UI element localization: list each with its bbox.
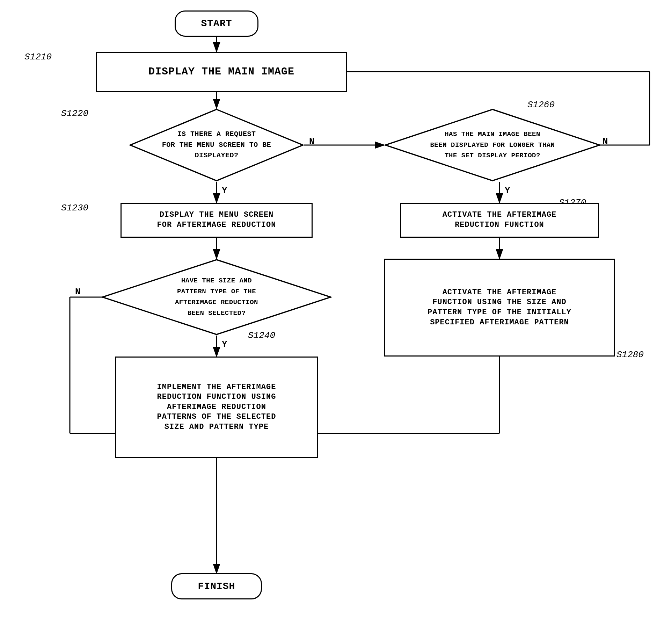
start-terminal: START <box>175 10 258 37</box>
n-display-label: N <box>602 136 608 147</box>
y-size-label: Y <box>222 339 227 350</box>
s1230-label: S1230 <box>61 203 88 213</box>
size-selected-diamond: HAVE THE SIZE AND PATTERN TYPE OF THE AF… <box>101 259 332 336</box>
activate-using-process: ACTIVATE THE AFTERIMAGE FUNCTION USING T… <box>384 259 615 357</box>
finish-terminal: FINISH <box>171 573 262 599</box>
n-size-label: N <box>75 287 81 297</box>
implement-process: IMPLEMENT THE AFTERIMAGE REDUCTION FUNCT… <box>115 357 318 458</box>
s1220-label: S1220 <box>61 108 88 119</box>
activate-afterimage-reduction: ACTIVATE THE AFTERIMAGE REDUCTION FUNCTI… <box>400 203 599 238</box>
n-menu-label: N <box>309 136 315 147</box>
has-displayed-longer-diamond: HAS THE MAIN IMAGE BEEN BEEN DISPLAYED F… <box>384 108 601 182</box>
y-display-label: Y <box>505 185 510 196</box>
y-menu-label: Y <box>222 185 227 196</box>
flowchart: START S1210 DISPLAY THE MAIN IMAGE S1220… <box>0 0 672 626</box>
display-main-image: DISPLAY THE MAIN IMAGE <box>96 52 347 92</box>
menu-request-diamond: IS THERE A REQUEST FOR THE MENU SCREEN T… <box>129 108 304 182</box>
s1240-label: S1240 <box>248 330 275 341</box>
display-menu-screen: DISPLAY THE MENU SCREEN FOR AFTERIMAGE R… <box>120 203 313 238</box>
s1210-label: S1210 <box>24 52 52 62</box>
s1280-label: S1280 <box>616 350 644 360</box>
